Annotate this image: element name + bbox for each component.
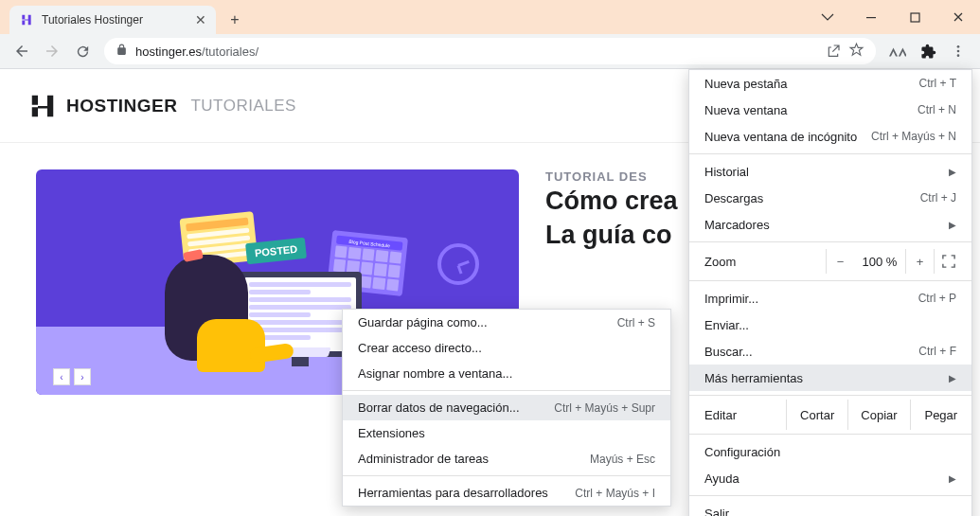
submenu-create-shortcut[interactable]: Crear acceso directo... xyxy=(343,335,670,361)
svg-point-4 xyxy=(957,54,960,57)
menu-downloads[interactable]: DescargasCtrl + J xyxy=(689,185,971,211)
url-text: hostinger.es/tutoriales/ xyxy=(135,44,258,59)
submenu-dev-tools[interactable]: Herramientas para desarrolladoresCtrl + … xyxy=(343,480,670,506)
illus-clock-icon xyxy=(437,243,479,285)
hero-carousel-nav: ‹ › xyxy=(53,368,91,385)
menu-exit[interactable]: Salir xyxy=(689,500,971,516)
new-tab-button[interactable]: + xyxy=(222,7,248,33)
edit-copy[interactable]: Copiar xyxy=(847,400,909,430)
carousel-prev[interactable]: ‹ xyxy=(53,368,70,385)
zoom-out-button[interactable]: − xyxy=(826,249,854,274)
edit-label: Editar xyxy=(689,400,786,430)
logo-text: HOSTINGER xyxy=(66,96,177,116)
back-button[interactable] xyxy=(8,37,36,65)
bookmark-star-icon[interactable] xyxy=(848,42,864,61)
lock-icon[interactable] xyxy=(116,44,128,59)
zoom-in-button[interactable]: + xyxy=(905,249,934,274)
carousel-next[interactable]: › xyxy=(74,368,91,385)
window-controls xyxy=(806,0,980,34)
submenu-extensions[interactable]: Extensiones xyxy=(343,420,670,446)
menu-cast[interactable]: Enviar... xyxy=(689,311,971,338)
reload-button[interactable] xyxy=(68,37,97,65)
submenu-save-as[interactable]: Guardar página como...Ctrl + S xyxy=(343,310,670,335)
browser-tab[interactable]: Tutoriales Hostinger ✕ xyxy=(9,6,216,34)
menu-bookmarks[interactable]: Marcadores▶ xyxy=(689,211,971,238)
submenu-task-manager[interactable]: Administrador de tareasMayús + Esc xyxy=(343,446,670,472)
menu-new-tab[interactable]: Nueva pestañaCtrl + T xyxy=(689,70,971,97)
article-headline: Cómo crea La guía co xyxy=(545,184,678,253)
chrome-main-menu: Nueva pestañaCtrl + T Nueva ventanaCtrl … xyxy=(688,69,972,516)
share-icon[interactable] xyxy=(826,44,841,59)
zoom-label: Zoom xyxy=(704,255,826,269)
titlebar: Tutoriales Hostinger ✕ + xyxy=(0,0,980,34)
toolbar: hostinger.es/tutoriales/ xyxy=(0,34,980,69)
svg-rect-0 xyxy=(866,17,876,18)
article-kicker: TUTORIAL DES xyxy=(545,169,678,184)
menu-zoom-row: Zoom − 100 % + xyxy=(689,246,971,276)
extensions-icon[interactable] xyxy=(914,37,942,65)
window-tabsearch-icon[interactable] xyxy=(806,0,849,34)
menu-more-tools[interactable]: Más herramientas▶ xyxy=(689,365,971,391)
svg-point-2 xyxy=(957,45,960,48)
kebab-menu-icon[interactable] xyxy=(944,37,972,65)
tab-title: Tutoriales Hostinger xyxy=(42,13,187,27)
logo-icon xyxy=(28,92,57,120)
edit-paste[interactable]: Pegar xyxy=(910,400,971,430)
fullscreen-button[interactable] xyxy=(934,249,962,274)
address-bar[interactable]: hostinger.es/tutoriales/ xyxy=(104,38,876,64)
menu-settings[interactable]: Configuración xyxy=(689,438,971,465)
menu-incognito[interactable]: Nueva ventana de incógnitoCtrl + Mayús +… xyxy=(689,123,971,150)
logo-section: TUTORIALES xyxy=(190,97,295,116)
tab-close-icon[interactable]: ✕ xyxy=(195,12,206,27)
more-tools-submenu: Guardar página como...Ctrl + S Crear acc… xyxy=(342,309,671,507)
edit-cut[interactable]: Cortar xyxy=(786,400,847,430)
svg-point-3 xyxy=(957,50,960,53)
menu-help[interactable]: Ayuda▶ xyxy=(689,465,971,491)
svg-rect-1 xyxy=(911,13,919,22)
reader-icon[interactable] xyxy=(883,37,912,65)
zoom-value: 100 % xyxy=(854,255,905,269)
submenu-clear-browsing-data[interactable]: Borrar datos de navegación...Ctrl + Mayú… xyxy=(343,395,670,420)
tab-favicon xyxy=(19,12,34,27)
window-close-icon[interactable] xyxy=(936,0,980,34)
submenu-name-window[interactable]: Asignar nombre a ventana... xyxy=(343,361,670,386)
menu-new-window[interactable]: Nueva ventanaCtrl + N xyxy=(689,97,971,123)
window-maximize-icon[interactable] xyxy=(893,0,936,34)
illus-person xyxy=(159,251,261,366)
site-logo[interactable]: HOSTINGER TUTORIALES xyxy=(28,92,296,120)
menu-print[interactable]: Imprimir...Ctrl + P xyxy=(689,285,971,311)
menu-find[interactable]: Buscar...Ctrl + F xyxy=(689,338,971,365)
forward-button[interactable] xyxy=(38,37,66,65)
window-minimize-icon[interactable] xyxy=(849,0,893,34)
menu-edit-row: Editar Cortar Copiar Pegar xyxy=(689,400,971,430)
menu-history[interactable]: Historial▶ xyxy=(689,158,971,185)
